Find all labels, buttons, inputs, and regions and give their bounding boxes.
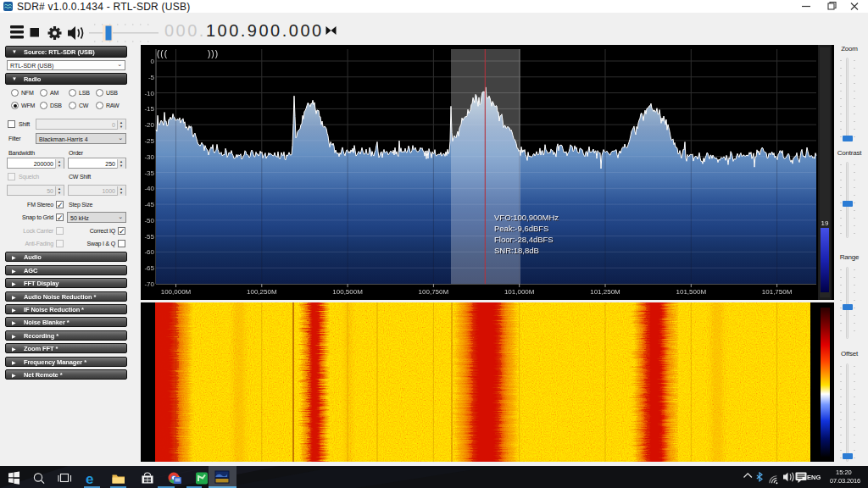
svg-text:100,500M: 100,500M xyxy=(332,288,363,296)
svg-text:Floor:-28,4dBFS: Floor:-28,4dBFS xyxy=(494,235,554,244)
svg-text:Peak:-9,6dBFS: Peak:-9,6dBFS xyxy=(494,224,548,233)
svg-text:-40: -40 xyxy=(144,185,154,192)
svg-text:07.03.2016: 07.03.2016 xyxy=(830,477,860,485)
svg-text:101,000M: 101,000M xyxy=(504,288,535,296)
svg-text:SNR:18,8dB: SNR:18,8dB xyxy=(494,246,539,255)
svg-text:-15: -15 xyxy=(144,105,154,113)
svg-text:-5: -5 xyxy=(148,74,155,81)
svg-text:101,750M: 101,750M xyxy=(762,288,793,296)
svg-text:-50: -50 xyxy=(144,217,154,225)
svg-text:-30: -30 xyxy=(144,153,154,161)
svg-text:101,500M: 101,500M xyxy=(676,288,707,296)
svg-text:e: e xyxy=(86,471,93,486)
svg-text:ENG: ENG xyxy=(807,474,821,481)
svg-text:-45: -45 xyxy=(144,201,154,208)
svg-text:-10: -10 xyxy=(144,90,154,97)
svg-text:-20: -20 xyxy=(144,121,154,129)
svg-text:VFO:100,900MHz: VFO:100,900MHz xyxy=(494,213,559,222)
svg-text:-35: -35 xyxy=(144,169,154,177)
svg-text:-60: -60 xyxy=(144,248,154,256)
svg-text:-25: -25 xyxy=(144,137,154,145)
svg-text:100,250M: 100,250M xyxy=(247,288,277,296)
svg-text:))): ))) xyxy=(208,49,219,58)
svg-text:-70: -70 xyxy=(144,280,154,288)
svg-text:(((: ((( xyxy=(157,49,168,58)
svg-text:0: 0 xyxy=(151,58,155,65)
svg-text:-55: -55 xyxy=(144,233,154,241)
svg-text:100,000M: 100,000M xyxy=(161,288,192,296)
svg-text:100,750M: 100,750M xyxy=(419,288,449,296)
svg-text:101,250M: 101,250M xyxy=(590,288,620,296)
svg-text:15:20: 15:20 xyxy=(836,469,852,476)
svg-text:19: 19 xyxy=(821,219,829,227)
svg-text:-65: -65 xyxy=(144,264,154,272)
